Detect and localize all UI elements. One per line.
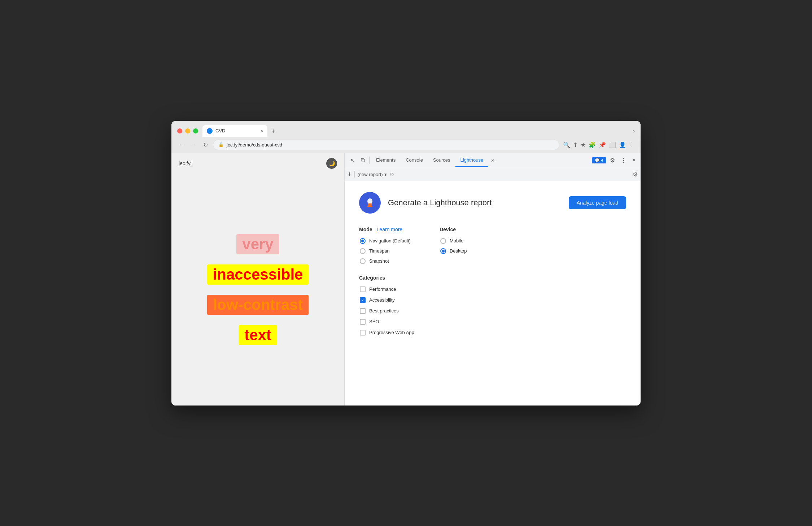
mode-snapshot[interactable]: Snapshot [360,258,411,264]
lh-mode-section: Mode Learn more Navigation (Default) Tim… [359,227,411,264]
more-actions-btn[interactable]: ⋮ [619,155,629,165]
mobile-radio[interactable] [440,238,446,244]
device-mobile[interactable]: Mobile [440,238,467,244]
reload-button[interactable]: ↻ [202,140,209,150]
accessibility-checkbox[interactable]: ✓ [360,297,366,303]
device-emulation-btn[interactable]: ⧉ [358,155,368,166]
nav-bar: ← → ↻ 🔒 jec.fyi/demo/cds-quest-cvd 🔍 ⬆ ★… [171,137,641,153]
devtools-tabs: Elements Console Sources Lighthouse » [371,154,497,167]
category-accessibility[interactable]: ✓ Accessibility [360,297,626,303]
webpage-body: very inaccessible low-contrast text [171,174,344,406]
category-performance[interactable]: Performance [360,286,626,292]
more-icon[interactable]: ⋮ [629,141,635,148]
badge-count: 4 [601,158,603,162]
mode-navigation[interactable]: Navigation (Default) [360,238,411,244]
devtools-panel: ↖ ⧉ Elements Console Sources Lighthouse [345,153,641,406]
category-pwa[interactable]: Progressive Web App [360,330,626,336]
timespan-radio[interactable] [360,248,366,254]
tab-console[interactable]: Console [401,154,428,167]
performance-checkbox[interactable] [360,286,366,292]
tab-elements[interactable]: Elements [371,154,401,167]
pwa-checkbox[interactable] [360,330,366,336]
inspect-element-btn[interactable]: ↖ [348,155,358,166]
tab-favicon: 🌐 [207,128,213,134]
category-seo[interactable]: SEO [360,319,626,325]
category-best-practices[interactable]: Best practices [360,308,626,314]
categories-checkbox-group: Performance ✓ Accessibility Best practic… [360,286,626,336]
split-icon[interactable]: ⬜ [609,141,616,148]
dt-actions: 💬 4 ⚙ ⋮ × [592,155,638,165]
mode-label: Mode [359,227,372,232]
close-devtools-btn[interactable]: × [630,155,638,165]
browser-tab[interactable]: 🌐 CVD × [202,125,267,137]
webpage-panel: jec.fyi 🌙 very inaccessible low-contrast… [171,153,345,406]
analyze-page-load-btn[interactable]: Analyze page load [569,196,626,209]
minimize-traffic-light[interactable] [185,128,190,133]
bookmark-icon[interactable]: ★ [581,141,586,148]
lh-mode-device-row: Mode Learn more Navigation (Default) Tim… [359,227,626,264]
share-icon[interactable]: ⬆ [573,141,578,148]
lh-categories-section: Categories Performance ✓ Accessibility [359,275,626,336]
mode-header: Mode Learn more [359,227,411,232]
pin-icon[interactable]: 📌 [599,141,606,148]
close-traffic-light[interactable] [177,128,182,133]
webpage-header: jec.fyi 🌙 [171,153,344,174]
forward-button[interactable]: → [189,140,198,149]
mode-radio-group: Navigation (Default) Timespan Snapshot [360,238,411,264]
secondary-separator [354,171,355,177]
learn-more-link[interactable]: Learn more [377,227,403,232]
device-desktop[interactable]: Desktop [440,248,467,254]
dropdown-icon: ▾ [384,172,387,177]
demo-word-text: text [239,325,277,345]
desktop-radio[interactable] [440,248,446,254]
lighthouse-header: Generate a Lighthouse report Analyze pag… [359,192,626,214]
toolbar-separator [369,157,370,164]
mode-timespan[interactable]: Timespan [360,248,411,254]
settings-btn[interactable]: ⚙ [608,155,617,165]
lighthouse-logo [359,192,381,214]
demo-word-inaccessible: inaccessible [207,264,309,285]
demo-word-very: very [236,234,279,254]
maximize-traffic-light[interactable] [193,128,198,133]
svg-rect-2 [368,203,372,206]
secondary-settings-btn[interactable]: ⚙ [633,171,638,178]
seo-checkbox[interactable] [360,319,366,325]
tab-more-btn[interactable]: › [633,128,635,134]
categories-label: Categories [359,275,385,281]
lighthouse-logo-svg [363,196,376,209]
url-bar[interactable]: 🔒 jec.fyi/demo/cds-quest-cvd [213,140,559,150]
dt-badge[interactable]: 💬 4 [592,157,606,163]
lock-icon: 🔒 [218,142,224,147]
profile-icon[interactable]: 👤 [619,141,626,148]
add-report-btn[interactable]: + [348,171,352,178]
back-button[interactable]: ← [177,140,186,149]
categories-header: Categories [359,275,626,281]
tab-lighthouse[interactable]: Lighthouse [455,154,489,167]
report-selector[interactable]: (new report) ▾ [358,172,387,177]
best-practices-checkbox[interactable] [360,308,366,314]
search-icon[interactable]: 🔍 [563,141,570,148]
new-tab-button[interactable]: + [269,126,279,137]
dark-mode-button[interactable]: 🌙 [326,158,337,169]
navigation-radio[interactable] [360,238,366,244]
svg-point-1 [367,198,372,204]
browser-window: 🌐 CVD × + › ← → ↻ 🔒 jec.fyi/demo/cds-que… [171,121,641,406]
device-label: Device [440,227,467,232]
webpage-title: jec.fyi [179,161,192,166]
lighthouse-title: Generate a Lighthouse report [388,198,562,207]
tab-title: CVD [215,128,225,133]
tab-sources[interactable]: Sources [428,154,455,167]
lh-device-section: Device Mobile Desktop [440,227,467,264]
no-icon[interactable]: ⊘ [390,171,394,177]
url-text: jec.fyi/demo/cds-quest-cvd [227,142,554,148]
svg-rect-3 [367,206,372,207]
device-radio-group: Mobile Desktop [440,238,467,254]
tab-close-btn[interactable]: × [261,128,263,133]
badge-icon: 💬 [595,158,600,163]
main-content: jec.fyi 🌙 very inaccessible low-contrast… [171,153,641,406]
more-tabs-btn[interactable]: » [488,154,497,166]
devtools-toolbar: ↖ ⧉ Elements Console Sources Lighthouse [345,153,641,168]
extensions-icon[interactable]: 🧩 [589,141,596,148]
snapshot-radio[interactable] [360,258,366,264]
nav-icons: 🔍 ⬆ ★ 🧩 📌 ⬜ 👤 ⋮ [563,141,635,148]
